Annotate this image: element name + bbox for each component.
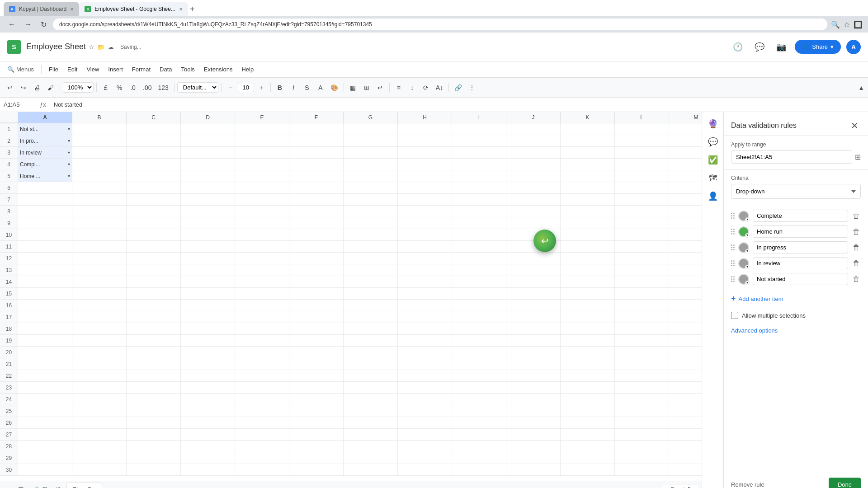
- col-header-m[interactable]: M: [669, 112, 702, 123]
- col-header-a[interactable]: A: [18, 112, 72, 123]
- range-input[interactable]: [731, 150, 852, 164]
- zoom-icon[interactable]: 🔍: [831, 20, 840, 29]
- drag-handle[interactable]: [731, 229, 735, 235]
- grid-cell[interactable]: [344, 288, 398, 299]
- item-input-0[interactable]: [753, 210, 848, 222]
- grid-cell[interactable]: [72, 229, 127, 240]
- grid-cell[interactable]: [669, 370, 702, 381]
- grid-cell[interactable]: [669, 264, 702, 276]
- grid-cell[interactable]: [452, 206, 506, 217]
- grid-cell[interactable]: [561, 206, 615, 217]
- dropdown-cell[interactable]: In review ▾: [20, 150, 70, 156]
- grid-cell[interactable]: [72, 405, 127, 417]
- grid-cell[interactable]: [72, 464, 127, 475]
- sheet-tab-sheet2[interactable]: Sheet2 ▾: [66, 483, 102, 488]
- bold-button[interactable]: B: [274, 81, 286, 94]
- grid-cell[interactable]: [615, 405, 669, 417]
- grid-cell[interactable]: [235, 382, 289, 393]
- grid-cell[interactable]: [235, 264, 289, 276]
- grid-cell[interactable]: [235, 276, 289, 287]
- grid-cell[interactable]: [289, 123, 344, 135]
- grid-cell[interactable]: [181, 135, 235, 146]
- col-header-h[interactable]: H: [398, 112, 452, 123]
- grid-cell[interactable]: [72, 394, 127, 405]
- col-header-e[interactable]: E: [235, 112, 289, 123]
- grid-cell[interactable]: [181, 253, 235, 264]
- grid-cell[interactable]: [615, 323, 669, 334]
- grid-cell[interactable]: [344, 358, 398, 370]
- grid-cell[interactable]: [181, 405, 235, 417]
- grid-cell[interactable]: [506, 347, 561, 358]
- grid-cell[interactable]: [615, 300, 669, 311]
- grid-cell[interactable]: [344, 159, 398, 170]
- grid-cell[interactable]: [669, 159, 702, 170]
- grid-cell[interactable]: [181, 429, 235, 440]
- grid-cell[interactable]: [398, 311, 452, 323]
- grid-cell[interactable]: [127, 311, 181, 323]
- grid-cell[interactable]: [181, 300, 235, 311]
- grid-cell[interactable]: [669, 253, 702, 264]
- grid-cell[interactable]: [127, 276, 181, 287]
- grid-cell[interactable]: [18, 382, 72, 393]
- grid-cell[interactable]: [398, 159, 452, 170]
- grid-cell[interactable]: [615, 394, 669, 405]
- people-icon[interactable]: 👤: [705, 188, 721, 204]
- grid-cell[interactable]: [344, 135, 398, 146]
- grid-cell[interactable]: [72, 217, 127, 229]
- grid-cell[interactable]: [127, 464, 181, 475]
- grid-cell[interactable]: [398, 452, 452, 464]
- font-size-increase[interactable]: +: [255, 81, 268, 94]
- grid-cell[interactable]: [289, 170, 344, 182]
- strikethrough-button[interactable]: S: [301, 81, 313, 94]
- decimal-dec-button[interactable]: .0: [127, 81, 139, 94]
- grid-cell[interactable]: [181, 229, 235, 240]
- grid-cell[interactable]: [18, 264, 72, 276]
- grid-cell[interactable]: [127, 441, 181, 452]
- grid-cell[interactable]: [72, 159, 127, 170]
- grid-cell[interactable]: [181, 276, 235, 287]
- grid-cell[interactable]: [72, 300, 127, 311]
- grid-cell[interactable]: [506, 429, 561, 440]
- grid-cell[interactable]: [561, 194, 615, 205]
- grid-cell[interactable]: [506, 335, 561, 346]
- grid-cell[interactable]: [615, 264, 669, 276]
- grid-cell[interactable]: [452, 347, 506, 358]
- grid-cell[interactable]: [398, 370, 452, 381]
- grid-cell[interactable]: [398, 123, 452, 135]
- grid-cell[interactable]: [289, 288, 344, 299]
- grid-cell[interactable]: [127, 264, 181, 276]
- grid-cell[interactable]: [615, 217, 669, 229]
- grid-cell[interactable]: [18, 311, 72, 323]
- grid-cell[interactable]: [506, 441, 561, 452]
- history-button[interactable]: 🕐: [730, 39, 746, 55]
- star-button[interactable]: ☆: [89, 43, 94, 51]
- valign-button[interactable]: ↕: [406, 81, 419, 94]
- validation-icon[interactable]: ✅: [705, 152, 721, 168]
- grid-cell[interactable]: [72, 241, 127, 252]
- delete-item-button[interactable]: 🗑: [852, 274, 861, 284]
- grid-cell[interactable]: [506, 123, 561, 135]
- grid-cell[interactable]: [289, 452, 344, 464]
- grid-cell[interactable]: [344, 182, 398, 193]
- grid-cell[interactable]: [181, 147, 235, 158]
- item-input-4[interactable]: [753, 273, 848, 285]
- grid-cell[interactable]: [235, 241, 289, 252]
- delete-item-button[interactable]: 🗑: [852, 243, 861, 253]
- grid-cell[interactable]: [18, 335, 72, 346]
- grid-cell[interactable]: [344, 170, 398, 182]
- grid-cell[interactable]: [669, 464, 702, 475]
- grid-cell[interactable]: [561, 123, 615, 135]
- grid-cell[interactable]: [127, 288, 181, 299]
- item-input-1[interactable]: [753, 225, 848, 238]
- grid-cell[interactable]: [344, 217, 398, 229]
- grid-cell[interactable]: [344, 370, 398, 381]
- grid-cell[interactable]: Compl... ▾: [18, 159, 72, 170]
- grid-cell[interactable]: [669, 288, 702, 299]
- grid-cell[interactable]: [506, 159, 561, 170]
- add-item-button[interactable]: + Add another item: [724, 291, 868, 307]
- insert-link-button[interactable]: 🔗: [452, 81, 465, 94]
- grid-cell[interactable]: [289, 229, 344, 240]
- col-header-g[interactable]: G: [344, 112, 398, 123]
- grid-cell[interactable]: [127, 452, 181, 464]
- grid-cell[interactable]: [181, 241, 235, 252]
